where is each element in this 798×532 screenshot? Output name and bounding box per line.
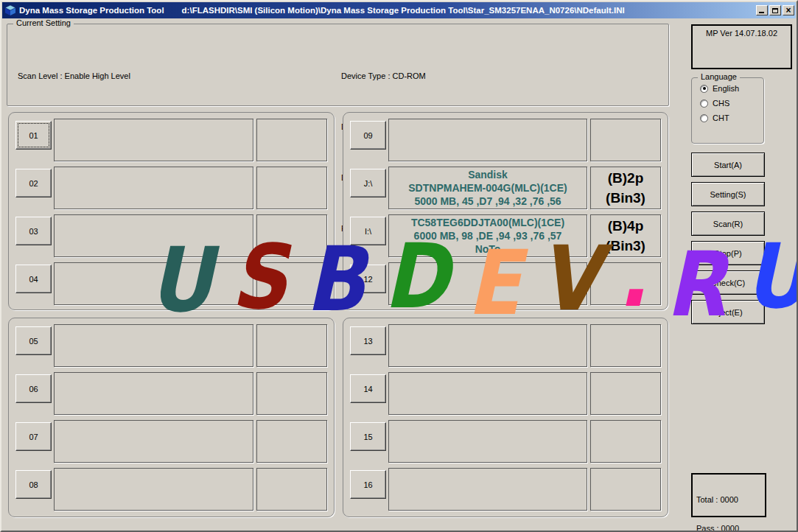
total-count: Total : 0000 bbox=[696, 495, 765, 505]
language-group: Language English CHS CHT bbox=[691, 77, 764, 144]
language-legend: Language bbox=[698, 72, 740, 81]
port-status-box-04 bbox=[256, 262, 327, 305]
port-status-box-i: (B)4p(Bin3) bbox=[590, 214, 661, 257]
radio-circle-icon bbox=[700, 85, 708, 93]
port-info-box-16 bbox=[388, 468, 587, 511]
close-icon: × bbox=[785, 7, 791, 14]
port-info-box-07 bbox=[54, 420, 253, 463]
device-type-value: Device Type : CD-ROM bbox=[341, 68, 429, 85]
mp-version-text: MP Ver 14.07.18.02 bbox=[706, 29, 777, 38]
port-info-box-05 bbox=[54, 324, 253, 367]
port-row-13: 13 bbox=[350, 324, 661, 367]
port-row-14: 14 bbox=[350, 372, 661, 415]
port-button-01[interactable]: 01 bbox=[15, 121, 52, 150]
port-status-box-15 bbox=[590, 420, 661, 463]
current-setting-group: Current Setting Scan Level : Enable High… bbox=[7, 24, 669, 106]
radio-circle-icon bbox=[700, 99, 708, 108]
port-info-box-04 bbox=[54, 262, 253, 305]
port-row-j: J:\ SandiskSDTNPMAHEM-004G(MLC)(1CE)5000… bbox=[350, 167, 661, 209]
port-button-08[interactable]: 08 bbox=[15, 470, 52, 499]
port-button-i[interactable]: I:\ bbox=[350, 217, 386, 245]
port-button-14[interactable]: 14 bbox=[350, 374, 386, 403]
port-button-j[interactable]: J:\ bbox=[350, 169, 386, 197]
setting-button[interactable]: Setting(S) bbox=[691, 182, 765, 206]
port-status-box-02 bbox=[256, 167, 327, 209]
port-info-box-03 bbox=[54, 214, 253, 257]
port-row-09: 09 bbox=[350, 119, 661, 161]
port-info-box-09 bbox=[388, 119, 587, 161]
port-group-bottom-left: 05 06 07 08 bbox=[8, 318, 335, 517]
current-setting-legend: Current Setting bbox=[13, 18, 74, 27]
port-status-box-16 bbox=[590, 468, 661, 511]
scan-level-value: Scan Level : Enable High Level bbox=[18, 68, 146, 85]
maximize-button[interactable] bbox=[769, 5, 781, 15]
totals-box: Total : 0000 Pass : 0000 Fail : 0000 Yie… bbox=[691, 473, 766, 517]
titlebar: Dyna Mass Storage Production Tool d:\FLA… bbox=[2, 2, 796, 18]
radio-chs-label: CHS bbox=[713, 99, 729, 108]
window-ini-path: d:\FLASHDIR\SMI (Silicon Motion)\Dyna Ma… bbox=[182, 6, 625, 15]
port-status-box-03 bbox=[256, 214, 327, 257]
port-button-12[interactable]: 12 bbox=[350, 265, 386, 293]
port-info-box-01 bbox=[54, 119, 253, 161]
port-info-box-14 bbox=[388, 372, 587, 415]
port-button-02[interactable]: 02 bbox=[15, 169, 52, 197]
port-row-16: 16 bbox=[350, 468, 661, 511]
port-status-box-05 bbox=[256, 324, 327, 367]
port-status-box-j: (B)2p(Bin3) bbox=[590, 167, 661, 209]
port-info-box-08 bbox=[54, 468, 253, 511]
port-info-box-12 bbox=[388, 262, 587, 305]
mp-version-box: MP Ver 14.07.18.02 bbox=[691, 24, 792, 69]
port-button-04[interactable]: 04 bbox=[15, 265, 52, 293]
port-status-box-14 bbox=[590, 372, 661, 415]
port-row-02: 02 bbox=[15, 167, 327, 209]
port-status-box-09 bbox=[590, 119, 661, 161]
port-button-03[interactable]: 03 bbox=[15, 217, 52, 245]
port-row-06: 06 bbox=[15, 372, 327, 415]
port-row-05: 05 bbox=[15, 324, 327, 367]
check-button[interactable]: Check(C) bbox=[691, 270, 765, 295]
radio-cht-label: CHT bbox=[713, 113, 729, 122]
app-icon bbox=[4, 4, 16, 16]
port-info-box-i: TC58TEG6DDJTA00(MLC)(1CE)6000 MB, 98 ,DE… bbox=[388, 214, 587, 257]
close-button[interactable]: × bbox=[783, 5, 794, 15]
stop-button[interactable]: Stop(P) bbox=[691, 241, 765, 265]
port-status-box-07 bbox=[256, 420, 327, 463]
maximize-icon bbox=[772, 8, 778, 13]
port-button-05[interactable]: 05 bbox=[15, 326, 52, 355]
minimize-icon bbox=[759, 12, 764, 13]
port-info-box-j: SandiskSDTNPMAHEM-004G(MLC)(1CE)5000 MB,… bbox=[388, 167, 587, 209]
port-status-box-01 bbox=[256, 119, 327, 161]
start-button[interactable]: Start(A) bbox=[691, 153, 765, 177]
port-group-bottom-right: 13 14 15 16 bbox=[343, 318, 668, 517]
port-status-box-08 bbox=[256, 468, 327, 511]
port-info-box-06 bbox=[54, 372, 253, 415]
port-row-07: 07 bbox=[15, 420, 327, 463]
scan-button[interactable]: Scan(R) bbox=[691, 211, 765, 236]
port-button-13[interactable]: 13 bbox=[350, 326, 386, 355]
pass-count: Pass : 0000 bbox=[696, 524, 765, 532]
port-row-12: 12 bbox=[350, 262, 661, 305]
port-row-01: 01 bbox=[15, 119, 327, 161]
port-button-07[interactable]: 07 bbox=[15, 422, 52, 451]
radio-chs[interactable]: CHS bbox=[700, 99, 763, 108]
port-row-08: 08 bbox=[15, 468, 327, 511]
window-controls: × bbox=[756, 5, 794, 15]
port-status-box-13 bbox=[590, 324, 661, 367]
eject-button[interactable]: Eject(E) bbox=[691, 300, 765, 324]
radio-english-label: English bbox=[713, 84, 739, 93]
minimize-button[interactable] bbox=[756, 5, 768, 15]
port-row-i: I:\ TC58TEG6DDJTA00(MLC)(1CE)6000 MB, 98… bbox=[350, 214, 661, 257]
radio-english[interactable]: English bbox=[700, 84, 763, 93]
port-button-16[interactable]: 16 bbox=[350, 470, 386, 499]
port-row-15: 15 bbox=[350, 420, 661, 463]
port-info-box-02 bbox=[54, 167, 253, 209]
radio-cht[interactable]: CHT bbox=[700, 113, 763, 122]
port-button-15[interactable]: 15 bbox=[350, 422, 386, 451]
port-info-box-15 bbox=[388, 420, 587, 463]
port-button-09[interactable]: 09 bbox=[350, 121, 386, 150]
port-row-04: 04 bbox=[15, 262, 327, 305]
port-status-box-06 bbox=[256, 372, 327, 415]
radio-circle-icon bbox=[700, 114, 708, 122]
port-button-06[interactable]: 06 bbox=[15, 374, 52, 403]
port-row-03: 03 bbox=[15, 214, 327, 257]
